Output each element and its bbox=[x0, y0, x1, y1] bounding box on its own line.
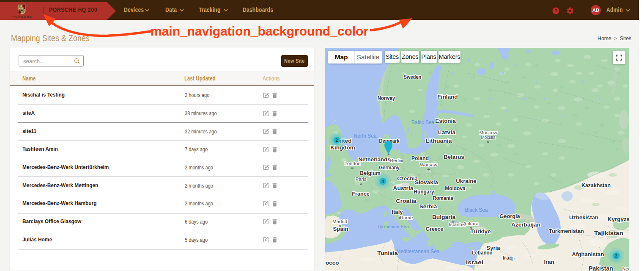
svg-text:Москва: Москва bbox=[481, 135, 496, 140]
svg-text:Finland: Finland bbox=[437, 94, 458, 100]
svg-text:Israel: Israel bbox=[466, 259, 483, 265]
svg-text:Türkiye: Türkiye bbox=[470, 228, 491, 235]
svg-text:Sweden: Sweden bbox=[404, 74, 421, 80]
svg-text:Rome: Rome bbox=[400, 215, 413, 220]
svg-text:Moscow: Moscow bbox=[479, 130, 497, 135]
svg-text:Syria: Syria bbox=[486, 245, 500, 251]
svg-text:orocco: orocco bbox=[325, 260, 339, 266]
svg-text:Nev: Nev bbox=[622, 266, 629, 271]
svg-text:Germany: Germany bbox=[379, 164, 400, 171]
svg-text:?: ? bbox=[554, 8, 557, 13]
svg-text:Azerbaijan: Azerbaijan bbox=[511, 221, 540, 228]
svg-text:Tunisia: Tunisia bbox=[377, 250, 398, 256]
svg-text:Berlin: Berlin bbox=[390, 158, 402, 163]
svg-text:Austria: Austria bbox=[393, 185, 414, 191]
svg-text:North Sea: North Sea bbox=[354, 133, 376, 139]
svg-text:Baltic Sea: Baltic Sea bbox=[411, 119, 434, 125]
svg-text:2: 2 bbox=[615, 254, 618, 258]
svg-text:Tajikistan: Tajikistan bbox=[594, 230, 623, 236]
svg-text:Black Sea: Black Sea bbox=[465, 207, 488, 213]
svg-text:Slovakia: Slovakia bbox=[415, 179, 438, 185]
svg-text:Iraq: Iraq bbox=[502, 254, 512, 261]
svg-text:Tyrrhenian Sea: Tyrrhenian Sea bbox=[377, 224, 409, 229]
svg-text:Norway: Norway bbox=[378, 95, 395, 101]
svg-text:Ankara: Ankara bbox=[463, 221, 479, 226]
svg-text:main_navigation_background_col: main_navigation_background_color bbox=[151, 24, 368, 38]
svg-text:Afghanistan: Afghanistan bbox=[572, 251, 604, 257]
svg-text:Mediterranean Sea: Mediterranean Sea bbox=[396, 249, 439, 254]
svg-text:Ukraine: Ukraine bbox=[456, 178, 476, 184]
svg-text:Belarus: Belarus bbox=[444, 154, 464, 160]
svg-text:Greece: Greece bbox=[426, 226, 443, 232]
svg-text:Lithuania: Lithuania bbox=[425, 138, 452, 144]
svg-text:Moldova: Moldova bbox=[445, 185, 466, 191]
svg-text:Madrid: Madrid bbox=[332, 219, 347, 224]
svg-text:Iran: Iran bbox=[544, 259, 554, 265]
svg-text:Hungary: Hungary bbox=[414, 188, 434, 195]
svg-text:Netherlands: Netherlands bbox=[359, 156, 391, 163]
svg-text:Italy: Italy bbox=[392, 209, 403, 215]
svg-text:Bulgaria: Bulgaria bbox=[432, 214, 456, 220]
svg-text:Estonia: Estonia bbox=[435, 118, 456, 124]
svg-text:Uzbekistan: Uzbekistan bbox=[569, 214, 598, 221]
svg-text:Croatia: Croatia bbox=[396, 198, 417, 204]
svg-text:Paris: Paris bbox=[355, 177, 366, 182]
svg-text:Romania: Romania bbox=[433, 195, 453, 201]
svg-text:Kyrgyzsta: Kyrgyzsta bbox=[608, 216, 629, 222]
svg-text:Poland: Poland bbox=[411, 155, 429, 161]
svg-text:Turkmenistan: Turkmenistan bbox=[549, 228, 584, 234]
svg-text:London: London bbox=[344, 161, 360, 166]
svg-text:Latvia: Latvia bbox=[438, 129, 456, 136]
svg-text:Pakistan: Pakistan bbox=[589, 265, 613, 271]
svg-text:Warsaw: Warsaw bbox=[420, 162, 438, 167]
svg-text:Belgium: Belgium bbox=[360, 170, 380, 176]
svg-text:Serbia: Serbia bbox=[419, 203, 437, 210]
svg-text:4: 4 bbox=[382, 179, 384, 184]
svg-text:2: 2 bbox=[336, 138, 338, 143]
svg-text:Georgia: Georgia bbox=[499, 213, 520, 219]
svg-text:France: France bbox=[352, 191, 369, 197]
svg-text:Kazakhstan: Kazakhstan bbox=[581, 182, 611, 188]
